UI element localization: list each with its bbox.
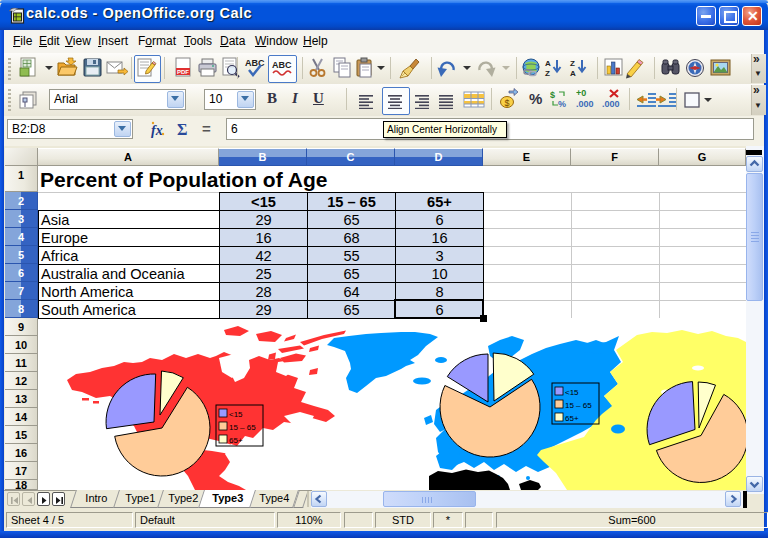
svg-text:A: A (545, 59, 551, 68)
svg-text:ABC: ABC (245, 58, 265, 68)
svg-text:Σ: Σ (177, 121, 187, 138)
svg-text:fx: fx (151, 123, 163, 138)
svg-text:15 – 65: 15 – 65 (565, 401, 592, 410)
svg-text:$: $ (550, 90, 555, 100)
svg-text:.000: .000 (602, 99, 620, 109)
svg-text:65+: 65+ (565, 414, 579, 423)
svg-text:65+: 65+ (229, 436, 243, 445)
svg-text:15 – 65: 15 – 65 (229, 423, 256, 432)
svg-text:ABC: ABC (272, 60, 292, 70)
svg-text:<15: <15 (229, 410, 243, 419)
svg-text:=: = (202, 120, 211, 137)
svg-text:A: A (570, 69, 576, 78)
svg-text:Z: Z (570, 59, 575, 68)
svg-text:%: % (529, 90, 542, 107)
svg-text:Z: Z (545, 69, 550, 78)
svg-text:.000: .000 (576, 99, 594, 109)
svg-text:+0: +0 (576, 88, 586, 98)
svg-text:<15: <15 (565, 388, 579, 397)
svg-text:%: % (558, 99, 566, 109)
svg-text:PDF: PDF (177, 69, 189, 75)
svg-text:$: $ (505, 98, 510, 108)
